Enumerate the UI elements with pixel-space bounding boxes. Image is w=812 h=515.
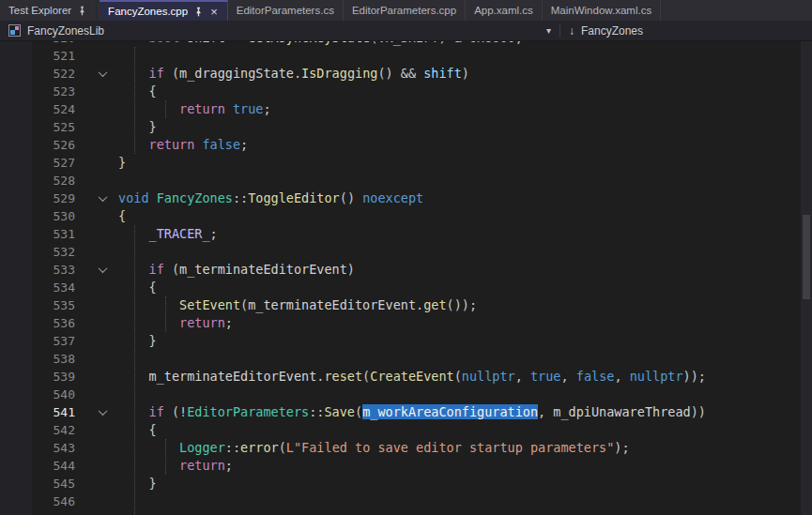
code-text[interactable]: } bbox=[118, 118, 157, 136]
line-number[interactable]: 537 bbox=[0, 332, 75, 350]
code-line-521[interactable]: 521 bbox=[0, 47, 801, 65]
code-token: () && bbox=[377, 66, 423, 81]
line-number[interactable]: 536 bbox=[0, 314, 75, 332]
code-text[interactable]: return false; bbox=[118, 136, 248, 154]
line-number[interactable]: 532 bbox=[0, 243, 75, 261]
code-line-537[interactable]: 537 } bbox=[0, 332, 801, 350]
code-line-542[interactable]: 542 { bbox=[0, 421, 801, 439]
code-text[interactable]: { bbox=[118, 279, 157, 296]
code-line-534[interactable]: 534 { bbox=[0, 279, 801, 296]
tab-test-explorer[interactable]: Test Explorer bbox=[0, 0, 97, 21]
code-line-528[interactable]: 528 bbox=[0, 172, 801, 189]
line-number[interactable]: 541 bbox=[0, 403, 75, 421]
fold-chevron-icon[interactable] bbox=[75, 70, 118, 77]
code-text[interactable]: } bbox=[118, 154, 126, 172]
fold-chevron-icon[interactable] bbox=[75, 409, 118, 416]
line-number[interactable]: 540 bbox=[0, 386, 75, 403]
line-number[interactable]: 522 bbox=[0, 65, 75, 83]
code-line-533[interactable]: 533 if (m_terminateEditorEvent) bbox=[0, 261, 801, 279]
code-line-529[interactable]: 529void FancyZones::ToggleEditor() noexc… bbox=[0, 189, 801, 207]
code-line-522[interactable]: 522 if (m_draggingState.IsDragging() && … bbox=[0, 65, 801, 83]
code-text[interactable]: if (!EditorParameters::Save(m_workAreaCo… bbox=[118, 403, 706, 421]
tab-label: FancyZones.cpp bbox=[108, 6, 188, 17]
tab-editorparameters-cpp[interactable]: EditorParameters.cpp bbox=[344, 0, 466, 21]
line-number[interactable]: 533 bbox=[0, 261, 75, 279]
member-dropdown[interactable]: ↓ FancyZones bbox=[560, 21, 812, 40]
line-number[interactable]: 538 bbox=[0, 350, 75, 368]
fold-chevron-icon[interactable] bbox=[75, 266, 118, 273]
line-number[interactable]: 539 bbox=[0, 368, 75, 386]
code-text[interactable]: bool shift = GetAsyncKeyState(VK_SHIFT) … bbox=[118, 41, 523, 47]
tab-label: MainWindow.xaml.cs bbox=[551, 5, 651, 16]
tab-label: Test Explorer bbox=[8, 5, 71, 16]
line-number[interactable]: 530 bbox=[0, 207, 75, 225]
line-number[interactable]: 523 bbox=[0, 83, 75, 100]
code-text[interactable]: { bbox=[118, 207, 126, 225]
code-line-536[interactable]: 536 return; bbox=[0, 314, 801, 332]
line-number[interactable]: 546 bbox=[0, 492, 75, 510]
fold-chevron-icon[interactable] bbox=[75, 195, 118, 202]
line-number[interactable]: 531 bbox=[0, 225, 75, 243]
code-line-523[interactable]: 523 { bbox=[0, 83, 801, 100]
tab-label: App.xaml.cs bbox=[474, 5, 533, 16]
code-token: () bbox=[340, 190, 362, 205]
code-text[interactable]: return true; bbox=[118, 100, 271, 118]
pin-icon[interactable] bbox=[193, 7, 204, 17]
code-line-544[interactable]: 544 return; bbox=[0, 457, 801, 475]
code-text[interactable]: SetEvent(m_terminateEditorEvent.get()); bbox=[118, 296, 477, 314]
line-number[interactable]: 521 bbox=[0, 47, 75, 65]
line-number[interactable]: 542 bbox=[0, 421, 75, 439]
code-text[interactable]: m_terminateEditorEvent.reset(CreateEvent… bbox=[118, 368, 706, 386]
code-line-540[interactable]: 540 bbox=[0, 386, 801, 403]
code-token: ; bbox=[240, 137, 248, 152]
code-line-530[interactable]: 530{ bbox=[0, 207, 801, 225]
code-text[interactable]: { bbox=[118, 83, 157, 100]
vertical-scrollbar[interactable] bbox=[801, 41, 812, 515]
scrollbar-thumb[interactable] bbox=[803, 215, 810, 299]
line-number[interactable]: 528 bbox=[0, 172, 75, 189]
project-dropdown[interactable]: FancyZonesLib ▾ bbox=[0, 21, 559, 40]
code-text[interactable]: _TRACER_; bbox=[118, 225, 218, 243]
code-text[interactable]: if (m_terminateEditorEvent) bbox=[118, 261, 355, 279]
code-line-524[interactable]: 524 return true; bbox=[0, 100, 801, 118]
tab-editorparameters-cs[interactable]: EditorParameters.cs bbox=[228, 0, 344, 21]
line-number[interactable]: 535 bbox=[0, 296, 75, 314]
code-line-539[interactable]: 539 m_terminateEditorEvent.reset(CreateE… bbox=[0, 368, 801, 386]
code-line-532[interactable]: 532 bbox=[0, 243, 801, 261]
code-text[interactable]: } bbox=[118, 332, 157, 350]
code-text[interactable]: void FancyZones::ToggleEditor() noexcept bbox=[118, 189, 423, 207]
code-text[interactable]: Logger::error(L"Failed to save editor st… bbox=[118, 439, 630, 457]
code-text[interactable]: } bbox=[118, 475, 157, 492]
line-number[interactable]: 545 bbox=[0, 475, 75, 492]
code-token: ( bbox=[164, 66, 179, 81]
code-text[interactable]: return; bbox=[118, 457, 233, 475]
code-line-541[interactable]: 541 if (!EditorParameters::Save(m_workAr… bbox=[0, 403, 801, 421]
code-text[interactable]: { bbox=[118, 421, 157, 439]
tab-mainwindow-xaml-cs[interactable]: MainWindow.xaml.cs bbox=[543, 0, 661, 21]
code-line-538[interactable]: 538 bbox=[0, 350, 801, 368]
code-line-527[interactable]: 527} bbox=[0, 154, 801, 172]
code-line-531[interactable]: 531 _TRACER_; bbox=[0, 225, 801, 243]
code-line-545[interactable]: 545 } bbox=[0, 475, 801, 492]
line-number[interactable]: 543 bbox=[0, 439, 75, 457]
code-token: return bbox=[179, 315, 225, 330]
pin-icon[interactable] bbox=[77, 6, 87, 16]
line-number[interactable]: 527 bbox=[0, 154, 75, 172]
tab-fancyzones-cpp[interactable]: FancyZones.cpp × bbox=[100, 0, 228, 21]
line-number[interactable]: 524 bbox=[0, 100, 75, 118]
code-text[interactable]: return; bbox=[118, 314, 233, 332]
line-number[interactable]: 526 bbox=[0, 136, 75, 154]
code-line-535[interactable]: 535 SetEvent(m_terminateEditorEvent.get(… bbox=[0, 296, 801, 314]
tab-app-xaml-cs[interactable]: App.xaml.cs bbox=[466, 0, 543, 21]
line-number[interactable]: 525 bbox=[0, 118, 75, 136]
code-token: get bbox=[423, 297, 446, 312]
line-number[interactable]: 529 bbox=[0, 189, 75, 207]
code-line-543[interactable]: 543 Logger::error(L"Failed to save edito… bbox=[0, 439, 801, 457]
code-line-525[interactable]: 525 } bbox=[0, 118, 801, 136]
code-text[interactable]: if (m_draggingState.IsDragging() && shif… bbox=[118, 65, 469, 83]
code-line-546[interactable]: 546 bbox=[0, 492, 801, 510]
close-icon[interactable]: × bbox=[209, 6, 219, 18]
code-line-526[interactable]: 526 return false; bbox=[0, 136, 801, 154]
line-number[interactable]: 534 bbox=[0, 279, 75, 296]
line-number[interactable]: 544 bbox=[0, 457, 75, 475]
